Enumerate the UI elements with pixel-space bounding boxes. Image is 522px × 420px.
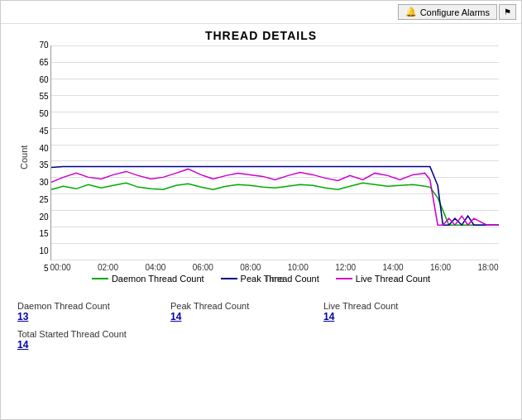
stat-peak-label: Peak Thread Count	[170, 301, 323, 311]
stat-peak: Peak Thread Count 14	[170, 298, 323, 326]
stats-area: Daemon Thread Count 13 Peak Thread Count…	[1, 289, 521, 362]
chart-svg	[51, 45, 499, 260]
stat-total-value[interactable]: 14	[17, 339, 505, 351]
x-label-0600: 06:00	[193, 263, 213, 272]
live-line	[51, 169, 499, 225]
x-axis-labels: 00:00 02:00 04:00 06:00 08:00 10:00 12:0…	[50, 263, 499, 272]
stat-peak-value[interactable]: 14	[170, 311, 323, 322]
x-label-1000: 10:00	[288, 263, 309, 272]
chart-title: THREAD DETAILS	[1, 24, 521, 45]
x-axis-title: Time	[50, 274, 499, 284]
stat-daemon-value[interactable]: 13	[17, 311, 170, 322]
top-bar: 🔔 Configure Alarms ⚑	[1, 1, 521, 24]
chart-inner-wrapper: 70 65 60 55 50 45 40 35 30 25 20 15 10 5	[50, 45, 499, 269]
x-label-1600: 16:00	[430, 263, 451, 272]
chart-area: Count 70 65 60 55 50 45 40 35 30 25 20 1…	[17, 45, 505, 289]
stat-total-label: Total Started Thread Count	[17, 329, 505, 339]
flag-icon: ⚑	[504, 7, 511, 17]
stat-daemon: Daemon Thread Count 13	[17, 298, 170, 326]
x-label-0400: 04:00	[145, 263, 165, 272]
x-label-0800: 08:00	[240, 263, 261, 272]
chart-wrapper: Count 70 65 60 55 50 45 40 35 30 25 20 1…	[17, 45, 505, 269]
bell-icon: 🔔	[405, 7, 417, 17]
stat-live: Live Thread Count 14	[323, 298, 477, 326]
stat-live-label: Live Thread Count	[323, 301, 477, 311]
stat-daemon-label: Daemon Thread Count	[17, 301, 170, 311]
peak-line	[51, 166, 499, 225]
configure-alarms-button[interactable]: 🔔 Configure Alarms	[398, 4, 497, 20]
x-label-1200: 12:00	[335, 263, 356, 272]
x-label-1400: 14:00	[383, 263, 404, 272]
chart-plot	[50, 45, 499, 260]
stat-total: Total Started Thread Count 14	[17, 326, 505, 354]
configure-alarms-label: Configure Alarms	[420, 7, 490, 17]
stat-live-value[interactable]: 14	[323, 311, 477, 322]
y-tick-labels: 70 65 60 55 50 45 40 35 30 25 20 15 10 5	[29, 45, 50, 269]
x-label-0000: 00:00	[50, 263, 71, 272]
x-label-0200: 02:00	[98, 263, 118, 272]
flag-button[interactable]: ⚑	[499, 4, 516, 20]
page-container: 🔔 Configure Alarms ⚑ THREAD DETAILS Coun…	[0, 0, 522, 420]
x-label-1800: 18:00	[477, 263, 498, 272]
